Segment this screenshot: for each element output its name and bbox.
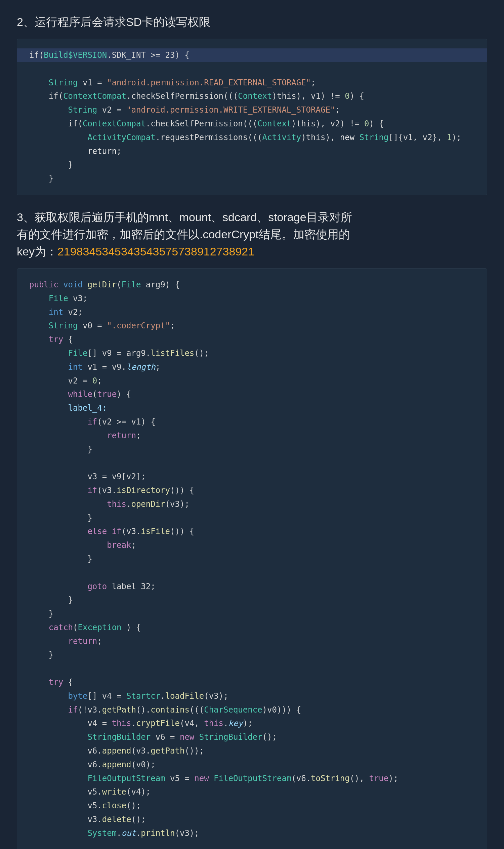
section-3: 3、获取权限后遍历手机的mnt、mount、sdcard、storage目录对所…	[17, 209, 487, 849]
section-2-title: 2、运行程序后会请求SD卡的读写权限	[17, 14, 487, 31]
encryption-key: 2198345345343543575738912738921	[57, 245, 254, 258]
code-block-1: if(Build$VERSION.SDK_INT >= 23) { String…	[17, 39, 487, 195]
section-3-title: 3、获取权限后遍历手机的mnt、mount、sdcard、storage目录对所…	[17, 209, 487, 260]
code-block-2: public void getDir(File arg9) { File v3;…	[17, 268, 487, 849]
section-2: 2、运行程序后会请求SD卡的读写权限 if(Build$VERSION.SDK_…	[17, 14, 487, 195]
